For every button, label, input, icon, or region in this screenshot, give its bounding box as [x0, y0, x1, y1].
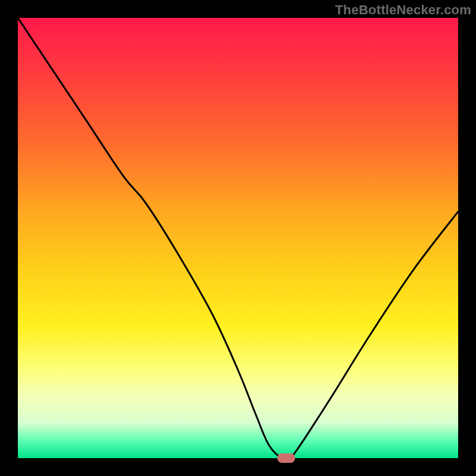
attribution-label: TheBottleNecker.com — [335, 2, 471, 18]
chart-frame: TheBottleNecker.com — [0, 0, 476, 476]
plot-area — [18, 18, 458, 458]
bottleneck-curve — [18, 18, 458, 458]
optimal-point-marker — [277, 453, 295, 463]
